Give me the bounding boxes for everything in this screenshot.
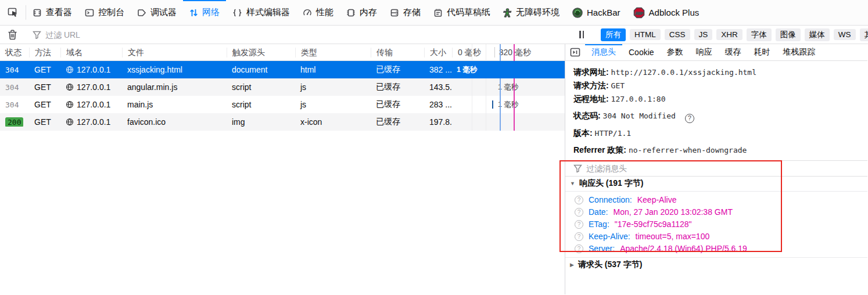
filter-ws[interactable]: WS bbox=[834, 29, 856, 40]
tab-console[interactable]: 控制台 bbox=[78, 0, 131, 25]
header-help-icon[interactable]: ? bbox=[575, 244, 583, 253]
tab-scratchpad[interactable]: 代码草稿纸 bbox=[427, 0, 497, 25]
col-cause[interactable]: 触发源头 bbox=[227, 48, 295, 57]
tab-style-editor[interactable]: 样式编辑器 bbox=[226, 0, 296, 25]
table-row-mainjs[interactable]: 304 GET 127.0.0.1 main.js script js 已缓存 … bbox=[0, 96, 565, 113]
table-row-angular[interactable]: 304 GET 127.0.0.1 angular.min.js script … bbox=[0, 78, 565, 96]
accessibility-icon bbox=[503, 8, 512, 17]
devtools-window: 查看器 控制台 调试器 网络 样式编辑器 bbox=[0, 0, 868, 295]
tab-label: 无障碍环境 bbox=[516, 7, 559, 18]
devtools-toolbar: 查看器 控制台 调试器 网络 样式编辑器 bbox=[0, 0, 868, 26]
status-help-icon[interactable]: ? bbox=[685, 114, 694, 123]
header-help-icon[interactable]: ? bbox=[575, 208, 583, 217]
header-row-keep-alive: ? Keep-Alive: timeout=5, max=100 bbox=[565, 231, 867, 243]
col-domain[interactable]: 域名 bbox=[60, 48, 122, 57]
header-help-icon[interactable]: ? bbox=[575, 232, 583, 241]
filter-js[interactable]: JS bbox=[694, 29, 713, 40]
tab-timings[interactable]: 耗时 bbox=[748, 44, 777, 60]
tab-inspector[interactable]: 查看器 bbox=[26, 0, 78, 25]
tab-network[interactable]: 网络 bbox=[183, 0, 226, 25]
globe-icon bbox=[66, 118, 74, 126]
tab-headers[interactable]: 消息头 bbox=[585, 44, 622, 60]
domain-cell: 127.0.0.1 bbox=[60, 100, 122, 109]
filter-font[interactable]: 字体 bbox=[747, 28, 772, 41]
summary-status-code: 状态码: 304 Not Modified ? bbox=[573, 109, 867, 123]
tab-label: 代码草稿纸 bbox=[447, 7, 490, 18]
response-headers-section[interactable]: ▼ 响应头 (191 字节) bbox=[565, 177, 867, 192]
table-row-favicon[interactable]: 200 GET 127.0.0.1 favicon.ico img x-icon… bbox=[0, 113, 565, 131]
waterfall-cell: 1 毫秒 bbox=[452, 78, 565, 96]
waterfall-cell: 1 毫秒 bbox=[452, 61, 565, 78]
status-badge: 304 bbox=[5, 66, 19, 74]
pause-button[interactable] bbox=[571, 31, 592, 38]
clear-requests-button[interactable] bbox=[0, 30, 24, 40]
col-file[interactable]: 文件 bbox=[122, 48, 227, 57]
extension-hackbar[interactable]: HackBar bbox=[566, 0, 627, 25]
sidebar-toggle-button[interactable] bbox=[565, 44, 585, 60]
waterfall-bar bbox=[492, 100, 493, 109]
url-filter-input[interactable] bbox=[45, 30, 220, 39]
col-waterfall[interactable]: 0 毫秒 320 毫秒 bbox=[452, 48, 565, 57]
request-details-panel: 消息头 Cookie 参数 响应 缓存 耗时 堆栈跟踪 请求网址: http:/… bbox=[565, 44, 867, 294]
header-row-connection: ? Connection: Keep-Alive bbox=[565, 194, 867, 206]
debugger-icon bbox=[137, 8, 146, 17]
requests-table: 状态 方法 域名 文件 触发源头 类型 传输 大小 0 毫秒 320 毫秒 30… bbox=[0, 44, 565, 131]
tab-stack-trace[interactable]: 堆栈跟踪 bbox=[777, 44, 822, 60]
size-cell: 283 ... bbox=[424, 100, 452, 109]
col-status[interactable]: 状态 bbox=[0, 48, 29, 57]
col-type[interactable]: 类型 bbox=[295, 48, 371, 57]
tab-label: 性能 bbox=[316, 7, 333, 18]
filter-all[interactable]: 所有 bbox=[601, 28, 626, 41]
tab-cache[interactable]: 缓存 bbox=[719, 44, 748, 60]
node-picker-icon bbox=[8, 7, 19, 18]
filter-other[interactable]: 其 bbox=[860, 28, 868, 41]
tab-memory[interactable]: 内存 bbox=[340, 0, 383, 25]
filter-css[interactable]: CSS bbox=[665, 29, 690, 40]
tab-cookies[interactable]: Cookie bbox=[622, 44, 661, 60]
node-picker-button[interactable] bbox=[0, 0, 26, 25]
domain-cell: 127.0.0.1 bbox=[60, 82, 122, 92]
style-editor-icon bbox=[232, 8, 242, 17]
tab-params[interactable]: 参数 bbox=[661, 44, 690, 60]
globe-icon bbox=[66, 66, 74, 74]
globe-icon bbox=[66, 83, 74, 91]
tab-response[interactable]: 响应 bbox=[690, 44, 719, 60]
domain-cell: 127.0.0.1 bbox=[60, 117, 122, 127]
header-row-date: ? Date: Mon, 27 Jan 2020 13:02:38 GMT bbox=[565, 206, 867, 218]
tab-debugger[interactable]: 调试器 bbox=[131, 0, 183, 25]
tab-label: HackBar bbox=[587, 8, 620, 17]
triangle-down-icon: ▼ bbox=[570, 181, 575, 186]
request-headers-section[interactable]: ▶ 请求头 (537 字节) bbox=[565, 257, 867, 272]
tab-storage[interactable]: 存储 bbox=[383, 0, 427, 25]
tab-performance[interactable]: 性能 bbox=[296, 0, 340, 25]
header-help-icon[interactable]: ? bbox=[575, 220, 583, 229]
headers-filter bbox=[565, 160, 867, 177]
size-cell: 382 ... bbox=[424, 65, 452, 74]
request-type-filters: 所有 HTML CSS JS XHR 字体 图像 媒体 WS 其 bbox=[593, 28, 868, 41]
type-cell: js bbox=[295, 82, 371, 92]
filter-media[interactable]: 媒体 bbox=[805, 28, 830, 41]
col-method[interactable]: 方法 bbox=[29, 48, 60, 57]
table-row-xssjacking[interactable]: 304 GET 127.0.0.1 xssjacking.html docume… bbox=[0, 61, 565, 78]
storage-icon bbox=[390, 8, 399, 17]
filter-images[interactable]: 图像 bbox=[776, 28, 801, 41]
details-tabs: 消息头 Cookie 参数 响应 缓存 耗时 堆栈跟踪 bbox=[565, 44, 867, 61]
type-cell: html bbox=[295, 65, 371, 74]
filter-xhr[interactable]: XHR bbox=[716, 29, 743, 40]
status-badge: 200 bbox=[5, 117, 23, 127]
headers-filter-input[interactable] bbox=[586, 164, 761, 173]
tab-accessibility[interactable]: 无障碍环境 bbox=[497, 0, 566, 25]
filter-html[interactable]: HTML bbox=[630, 29, 661, 40]
tab-label: Adblock Plus bbox=[649, 8, 700, 17]
waterfall-cell: 1 毫秒 bbox=[452, 96, 565, 113]
col-transferred[interactable]: 传输 bbox=[371, 48, 424, 57]
header-help-icon[interactable]: ? bbox=[575, 196, 583, 204]
size-cell: 197.8... bbox=[424, 117, 452, 127]
col-size[interactable]: 大小 bbox=[424, 48, 452, 57]
inspector-icon bbox=[33, 8, 42, 17]
status-badge: 304 bbox=[5, 100, 19, 109]
domain-cell: 127.0.0.1 bbox=[60, 65, 122, 74]
method-cell: GET bbox=[29, 117, 60, 127]
globe-icon bbox=[66, 100, 74, 109]
extension-adblock-plus[interactable]: ABP Adblock Plus bbox=[627, 0, 706, 25]
